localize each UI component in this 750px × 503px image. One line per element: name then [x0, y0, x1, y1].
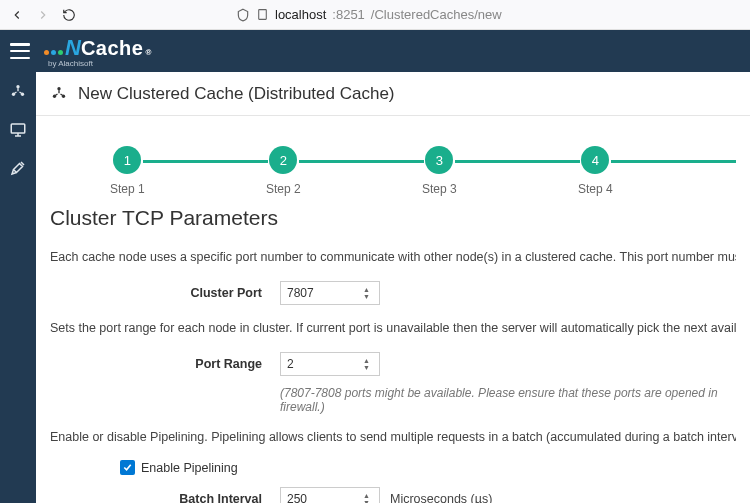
step-circle: 1: [113, 146, 141, 174]
step-connector: [299, 160, 424, 163]
cluster-port-value: 7807: [287, 286, 314, 300]
port-range-label: Port Range: [50, 357, 280, 371]
batch-interval-label: Batch Interval: [50, 492, 280, 503]
check-icon: [122, 462, 133, 473]
wizard-stepper: 1 Step 1 2 Step 2 3 Step 3 4 Step 4: [50, 146, 736, 196]
cluster-port-description: Each cache node uses a specific port num…: [50, 248, 736, 267]
shield-icon: [236, 8, 250, 22]
cluster-icon: [50, 85, 68, 103]
app-header: NCache® by Alachisoft: [0, 30, 750, 72]
batch-interval-unit: Microseconds (µs): [390, 492, 492, 503]
url-host: localhost: [275, 7, 326, 22]
step-connector: [143, 160, 268, 163]
forward-button[interactable]: [34, 6, 52, 24]
cluster-port-label: Cluster Port: [50, 286, 280, 300]
page-title-bar: New Clustered Cache (Distributed Cache): [36, 72, 750, 116]
step-1[interactable]: 1 Step 1: [110, 146, 145, 196]
step-circle: 2: [269, 146, 297, 174]
port-range-description: Sets the port range for each node in clu…: [50, 319, 736, 338]
back-button[interactable]: [8, 6, 26, 24]
spinner-buttons[interactable]: ▲▼: [363, 489, 377, 503]
batch-interval-input[interactable]: 250 ▲▼: [280, 487, 380, 503]
spinner-buttons[interactable]: ▲▼: [363, 354, 377, 374]
step-label: Step 1: [110, 182, 145, 196]
menu-toggle[interactable]: [10, 43, 30, 59]
svg-point-1: [16, 85, 19, 88]
logo-dots-icon: [44, 50, 63, 55]
step-3[interactable]: 3 Step 3: [422, 146, 457, 196]
cluster-port-input[interactable]: 7807 ▲▼: [280, 281, 380, 305]
port-range-input[interactable]: 2 ▲▼: [280, 352, 380, 376]
step-label: Step 4: [578, 182, 613, 196]
svg-point-5: [57, 87, 60, 90]
browser-toolbar: localhost:8251/ClusteredCaches/new: [0, 0, 750, 30]
enable-pipelining-checkbox[interactable]: [120, 460, 135, 475]
url-port: :8251: [332, 7, 365, 22]
logo-n: N: [65, 35, 81, 61]
url-bar[interactable]: localhost:8251/ClusteredCaches/new: [236, 7, 502, 22]
spinner-buttons[interactable]: ▲▼: [363, 283, 377, 303]
logo-tm: ®: [145, 48, 151, 57]
svg-rect-4: [11, 124, 25, 133]
step-circle: 3: [425, 146, 453, 174]
page-icon: [256, 8, 269, 21]
sidebar: [0, 72, 36, 503]
step-label: Step 2: [266, 182, 301, 196]
section-title: Cluster TCP Parameters: [50, 206, 736, 230]
reload-button[interactable]: [60, 6, 78, 24]
sidebar-tools-icon[interactable]: [8, 158, 28, 178]
pipelining-description: Enable or disable Pipelining. Pipelining…: [50, 428, 736, 447]
step-2[interactable]: 2 Step 2: [266, 146, 301, 196]
url-path: /ClusteredCaches/new: [371, 7, 502, 22]
logo-rest: Cache: [81, 37, 144, 60]
step-connector: [611, 160, 736, 163]
step-label: Step 3: [422, 182, 457, 196]
sidebar-cluster-icon[interactable]: [8, 82, 28, 102]
logo-subtitle: by Alachisoft: [48, 59, 151, 68]
brand-logo: NCache® by Alachisoft: [44, 35, 151, 68]
svg-rect-0: [259, 10, 267, 20]
step-circle: 4: [581, 146, 609, 174]
step-4[interactable]: 4 Step 4: [578, 146, 613, 196]
batch-interval-value: 250: [287, 492, 307, 503]
port-range-value: 2: [287, 357, 294, 371]
step-connector: [455, 160, 580, 163]
main-content: New Clustered Cache (Distributed Cache) …: [36, 72, 750, 503]
enable-pipelining-label: Enable Pipelining: [141, 461, 238, 475]
port-range-hint: (7807-7808 ports might be available. Ple…: [280, 386, 736, 414]
page-title: New Clustered Cache (Distributed Cache): [78, 84, 395, 104]
sidebar-monitor-icon[interactable]: [8, 120, 28, 140]
